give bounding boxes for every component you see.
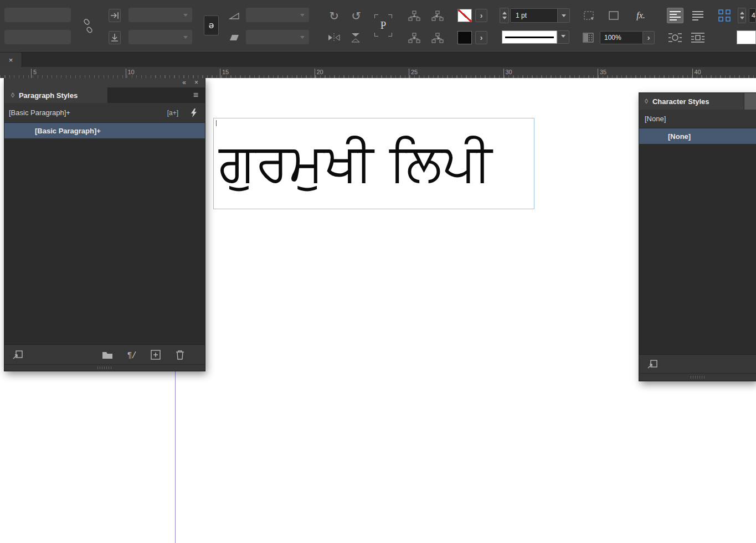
select-container-icon[interactable] [408,10,421,22]
fit-content-horizontal-button[interactable] [109,9,121,22]
flip-horizontal-icon[interactable] [327,31,341,44]
ruler-tick-label: 40 [695,69,701,75]
collapse-panel-icon[interactable]: « [182,79,186,86]
resize-grip [97,366,112,369]
opacity-value[interactable]: 100% [600,34,621,42]
proxy-corner [374,33,378,37]
opacity-field[interactable]: 100% [600,31,643,44]
style-list-item[interactable]: [Basic Paragraph]+ [4,123,205,138]
panel-resize-handle[interactable] [4,364,205,371]
stepper-down-icon[interactable] [502,17,507,22]
disabled-field-1 [4,8,71,22]
stroke-weight-combo[interactable]: 1 pt [510,8,570,23]
rotate-counterclockwise-icon[interactable]: ↺ [349,8,363,23]
create-new-style-button[interactable] [151,350,161,360]
text-wrap-icon[interactable] [667,30,683,45]
proxy-corner [388,33,392,37]
corner-options-icon[interactable] [582,9,596,22]
text-wrap-object-icon[interactable] [690,30,706,45]
ruler-tick: 35 [598,69,598,78]
close-panel-icon[interactable]: × [194,79,198,86]
panel-menu-icon[interactable]: ≡ [193,91,205,100]
fill-flyout-button[interactable]: › [475,9,487,22]
effects-fx-button[interactable]: fx. [632,9,649,22]
load-styles-icon[interactable] [647,359,658,369]
ruler-tick-label: 30 [506,69,512,75]
align-left-button[interactable] [667,8,683,23]
ruler-tick-label: 25 [411,69,418,75]
stepper-up-icon[interactable] [502,9,507,14]
panel-bottom-bar [639,354,756,373]
none-diagonal [458,9,471,22]
text-direction-toggle[interactable]: ə [204,15,219,35]
applied-style-row[interactable]: [Basic Paragraph]+ [a+] [4,103,205,123]
align-justify-button[interactable] [690,8,706,23]
stroke-weight-value[interactable]: 1 pt [511,12,527,19]
reference-point-proxy[interactable]: P [374,14,392,37]
opacity-flyout-button[interactable]: › [642,31,655,44]
select-previous-object-icon[interactable] [430,10,445,22]
stroke-swatch-black[interactable] [457,31,472,44]
horizontal-ruler[interactable]: 510152025303540 [0,67,756,78]
fit-content-vertical-button[interactable] [109,31,121,44]
gurmukhi-text: ਗੁਰਮੁਖੀ ਲਿਪੀ [214,118,534,206]
resize-grip [691,376,705,379]
text-frame-inport [216,120,217,126]
paragraph-styles-panel: « × ◊ Paragraph Styles ≡ [Basic Paragrap… [4,77,205,371]
style-list-item[interactable]: [None] [639,128,756,144]
ruler-tick-label: 15 [222,69,229,75]
stepper-up-icon[interactable] [740,9,744,14]
style-override-highlighter-icon[interactable] [191,108,197,118]
adjacent-panel-tab-stub[interactable] [744,93,756,110]
corner-shape-icon[interactable] [607,9,620,22]
delete-style-button[interactable] [175,350,185,360]
panel-resize-handle[interactable] [639,373,756,381]
panel-header-bar: « × [4,77,205,87]
edge-field-stepper[interactable] [738,8,746,23]
pilcrow-glyph: ¶ [127,350,132,359]
broken-link-icon[interactable] [82,17,94,35]
load-styles-icon[interactable] [12,350,23,360]
stroke-style-preview[interactable] [502,30,557,44]
flyout-chevron-icon: › [647,33,650,42]
text-frame[interactable]: ਗੁਰਮੁਖੀ ਲਿਪੀ [213,118,534,209]
style-override-badge-icon[interactable]: [a+] [167,109,178,117]
clear-overrides-icon[interactable]: ¶ [127,350,136,359]
reference-grid-icon[interactable] [717,8,732,23]
fill-swatch-none[interactable] [457,9,472,22]
disabled-combo-3 [246,8,309,22]
clipped-white-swatch[interactable] [737,30,756,44]
stroke-flyout-button[interactable]: › [475,31,487,44]
applied-style-name: [None] [645,115,666,123]
paragraph-styles-list: [Basic Paragraph]+ [4,123,205,344]
proxy-corner [374,14,378,18]
proxy-corner [388,14,392,18]
panel-toggle-icon[interactable]: ◊ [11,91,14,99]
ruler-tick-label: 5 [33,69,37,75]
disabled-combo-2 [128,30,192,44]
character-styles-list: [None] [639,128,756,354]
applied-style-row[interactable]: [None] [639,110,756,128]
stroke-style-dropdown[interactable] [557,30,569,44]
select-content-icon[interactable] [408,32,421,44]
stroke-weight-stepper[interactable] [500,8,509,23]
character-styles-tab[interactable]: ◊ Character Styles [639,93,756,110]
disabled-combo-1 [128,8,192,22]
document-tab[interactable]: × [0,53,22,67]
panel-actions: ¶ [102,350,185,360]
panel-toggle-icon[interactable]: ◊ [645,97,648,105]
close-tab-icon[interactable]: × [9,56,13,64]
skew-icon [228,33,240,42]
panel-tab-row: ◊ Paragraph Styles ≡ [4,87,205,103]
flip-vertical-icon[interactable] [348,31,363,44]
style-group-folder-icon[interactable] [102,350,113,359]
ruler-tick: 25 [409,69,409,78]
stroke-weight-dropdown-icon[interactable] [557,9,569,22]
paragraph-styles-tab[interactable]: ◊ Paragraph Styles [4,87,107,103]
clipped-edge-field[interactable]: 4 [749,8,756,23]
select-next-object-icon[interactable] [430,32,445,44]
ruler-tick: 15 [220,69,220,78]
rotate-clockwise-icon[interactable]: ↻ [327,8,341,23]
gradient-feather-icon[interactable] [582,31,595,44]
stepper-down-icon[interactable] [740,17,744,22]
